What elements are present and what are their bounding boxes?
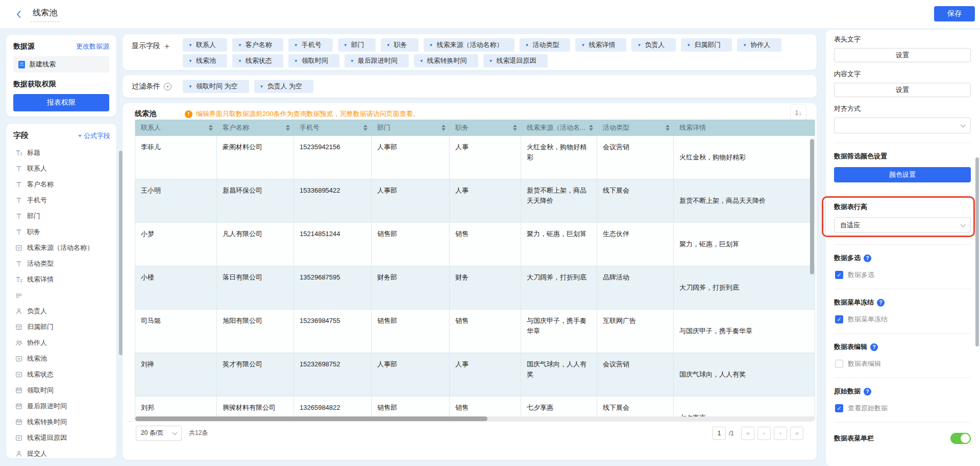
change-datasource-link[interactable]: 更改数据源 bbox=[76, 42, 109, 51]
pager-nav-button[interactable]: ‹ bbox=[757, 427, 771, 440]
field-chip[interactable]: 线索详情 bbox=[575, 38, 626, 52]
field-item[interactable]: 部门 bbox=[13, 208, 110, 224]
table-vertical-scrollbar[interactable] bbox=[810, 139, 814, 274]
add-formula-field-link[interactable]: + 公式字段 bbox=[78, 131, 110, 141]
field-chip[interactable]: 客户名称 bbox=[232, 38, 283, 52]
table-header-cell[interactable]: 客户名称 bbox=[217, 120, 294, 136]
field-chip[interactable]: 线索池 bbox=[183, 54, 227, 67]
save-button[interactable]: 保存 bbox=[934, 6, 975, 21]
table-row[interactable]: 刘禅英才有限公司15232698752人事部人事国庆气球向，人人有奖会议营销国庆… bbox=[135, 353, 815, 397]
sort-icon[interactable] bbox=[442, 125, 446, 131]
field-item[interactable]: 线索池 bbox=[13, 351, 110, 366]
field-item[interactable]: 线索来源（活动名称） bbox=[13, 240, 110, 255]
sort-icon[interactable] bbox=[589, 125, 593, 131]
field-chip[interactable]: 线索状态 bbox=[232, 54, 283, 67]
table-header-cell[interactable]: 活动类型 bbox=[597, 120, 674, 136]
field-item[interactable]: 标题 bbox=[13, 145, 110, 160]
table-horizontal-scrollbar[interactable] bbox=[135, 416, 815, 421]
table-header-cell[interactable]: 联系人 bbox=[135, 120, 217, 136]
help-icon[interactable] bbox=[864, 388, 871, 395]
table-row[interactable]: 小楼落日有限公司13529687595财务部财务大刀阔斧，打折到底品牌活动大刀阔… bbox=[135, 266, 815, 310]
field-item[interactable]: 线索详情 bbox=[13, 271, 110, 287]
multi-select-checkbox[interactable]: 数据多选 bbox=[835, 270, 971, 279]
field-chip[interactable]: 协作人 bbox=[737, 38, 781, 52]
page-number-input[interactable] bbox=[713, 427, 726, 440]
table-row[interactable]: 刘邦腾骏材料有限公司13265984822销售部销售七夕享惠线下展会七夕享惠 bbox=[135, 397, 815, 417]
table-row[interactable]: 小梦凡人有限公司15214851244销售部销售聚力，钜惠，巨划算生态伙伴聚力，… bbox=[135, 223, 815, 266]
color-settings-button[interactable]: 颜色设置 bbox=[834, 167, 971, 182]
table-header-cell[interactable]: 线索来源（活动名... bbox=[521, 120, 597, 136]
field-item[interactable]: 提交人 bbox=[13, 446, 110, 458]
table-edit-checkbox[interactable]: 数据表编辑 bbox=[835, 359, 971, 368]
field-item-label: 协作人 bbox=[27, 338, 47, 347]
field-chip[interactable]: 职务 bbox=[381, 38, 419, 52]
help-icon[interactable] bbox=[870, 343, 878, 351]
sort-icon[interactable] bbox=[363, 125, 368, 131]
permission-label: 数据获取权限 bbox=[13, 80, 109, 89]
page-size-select[interactable]: 20 条/页 bbox=[136, 426, 182, 441]
field-item[interactable]: 最后跟进时间 bbox=[13, 398, 110, 414]
pager-nav-button[interactable]: « bbox=[741, 427, 754, 440]
field-chip[interactable]: 领取时间 bbox=[288, 54, 339, 67]
table-header-cell[interactable]: 职务 bbox=[450, 120, 521, 136]
table-row[interactable]: 王小明新昌环保公司15336895422人事部人事新货不断上架，商品天天降价线下… bbox=[135, 179, 815, 223]
raw-data-checkbox[interactable]: 查看原始数据 bbox=[835, 404, 971, 413]
field-item[interactable]: 负责人 bbox=[13, 303, 110, 319]
align-select[interactable] bbox=[834, 118, 971, 133]
filter-chip[interactable]: 领取时间 为空 bbox=[183, 80, 249, 93]
field-item[interactable]: 职务 bbox=[13, 224, 110, 240]
field-chip[interactable]: 负责人 bbox=[631, 38, 676, 52]
field-chip[interactable]: 部门 bbox=[338, 38, 376, 52]
help-icon[interactable] bbox=[877, 299, 885, 307]
scrollbar-thumb[interactable] bbox=[135, 416, 487, 421]
header-text-settings-button[interactable]: 设置 bbox=[834, 48, 971, 62]
panel-scrollbar[interactable] bbox=[975, 157, 979, 346]
field-item[interactable]: 领取时间 bbox=[13, 382, 110, 398]
add-field-icon[interactable]: + bbox=[164, 42, 169, 51]
field-item[interactable]: 线索退回原因 bbox=[13, 430, 110, 446]
field-item[interactable]: 联系人 bbox=[13, 160, 110, 176]
field-chip[interactable]: 活动类型 bbox=[520, 38, 571, 52]
table-cell: 人事部 bbox=[372, 353, 450, 396]
sort-icon[interactable] bbox=[209, 125, 213, 131]
field-item-label: 线索转换时间 bbox=[27, 417, 67, 427]
field-item[interactable]: 线索状态 bbox=[13, 366, 110, 382]
help-icon[interactable] bbox=[864, 254, 871, 262]
field-item[interactable]: 协作人 bbox=[13, 335, 110, 351]
menu-freeze-checkbox[interactable]: 数据菜单冻结 bbox=[835, 315, 971, 324]
filter-chip[interactable]: 负责人 为空 bbox=[254, 80, 314, 93]
field-chip[interactable]: 最后跟进时间 bbox=[345, 54, 409, 67]
field-item[interactable]: 活动类型 bbox=[13, 255, 110, 271]
field-chip[interactable]: 线索来源（活动名称） bbox=[424, 38, 514, 52]
middle-scrollbar[interactable] bbox=[119, 151, 122, 355]
table-row[interactable]: 李菲儿豪阁材料公司15235942156人事部人事火红金秋，购物好精彩会议营销火… bbox=[135, 136, 815, 179]
field-item[interactable]: 线索转换时间 bbox=[13, 414, 110, 430]
report-permission-button[interactable]: 报表权限 bbox=[13, 94, 109, 111]
menu-bar-toggle[interactable] bbox=[950, 433, 971, 444]
field-chip[interactable]: 联系人 bbox=[183, 38, 227, 52]
datasource-item[interactable]: 新建线索 bbox=[13, 56, 109, 73]
filter-color-label: 数据筛选颜色设置 bbox=[834, 152, 971, 161]
table-header-cell[interactable]: 线索详情 bbox=[674, 120, 815, 136]
field-item[interactable] bbox=[13, 287, 110, 303]
sort-order-icon[interactable]: 1↓ bbox=[790, 104, 806, 121]
table-header-cell[interactable]: 部门 bbox=[372, 120, 450, 136]
sort-icon[interactable] bbox=[666, 125, 670, 131]
sort-icon[interactable] bbox=[286, 125, 290, 131]
content-text-settings-button[interactable]: 设置 bbox=[834, 83, 971, 97]
field-item[interactable]: 手机号 bbox=[13, 192, 110, 208]
table-row[interactable]: 司马懿旭阳有限公司15236984755销售部销售与国庆甲子，携手奏华章互联网广… bbox=[135, 310, 815, 353]
back-icon[interactable] bbox=[14, 10, 23, 19]
filter-icon[interactable] bbox=[164, 83, 172, 90]
sort-icon[interactable] bbox=[513, 125, 517, 131]
field-chip[interactable]: 手机号 bbox=[288, 38, 333, 52]
field-chip[interactable]: 归属部门 bbox=[681, 38, 732, 52]
row-height-select[interactable]: 自适应 bbox=[834, 217, 971, 233]
pager-nav-button[interactable]: › bbox=[774, 427, 787, 440]
field-chip[interactable]: 线索转换时间 bbox=[414, 54, 478, 67]
pager-nav-button[interactable]: » bbox=[790, 427, 803, 440]
field-item[interactable]: 客户名称 bbox=[13, 176, 110, 192]
field-chip[interactable]: 线索退回原因 bbox=[483, 54, 548, 67]
field-item[interactable]: 归属部门 bbox=[13, 319, 110, 335]
table-header-cell[interactable]: 手机号 bbox=[294, 120, 372, 136]
